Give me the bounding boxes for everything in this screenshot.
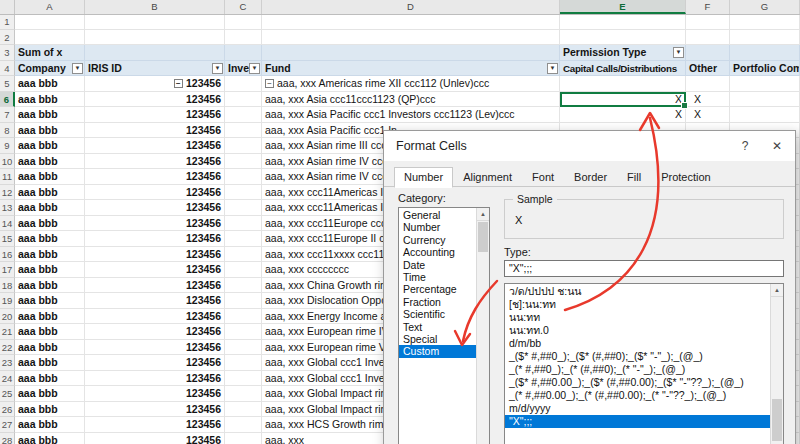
row-header-6[interactable]: 6 <box>0 92 15 108</box>
cell-A18[interactable]: aaa bbb <box>15 278 85 294</box>
cell-F3[interactable] <box>686 45 730 61</box>
tab-fill[interactable]: Fill <box>617 167 651 188</box>
category-time[interactable]: Time <box>399 271 476 283</box>
cell-A20[interactable]: aaa bbb <box>15 309 85 325</box>
cell-A21[interactable]: aaa bbb <box>15 324 85 340</box>
cell-A13[interactable]: aaa bbb <box>15 200 85 216</box>
cell-B14[interactable]: 123456 <box>85 216 225 232</box>
cell-C25[interactable] <box>225 386 262 402</box>
cell-G1[interactable] <box>730 14 800 30</box>
cell-F7[interactable]: X <box>686 107 730 123</box>
category-custom[interactable]: Custom <box>399 345 476 357</box>
collapse-icon[interactable]: − <box>174 79 183 88</box>
format-code-item[interactable]: _($* #,##0_);_($* (#,##0);_($* "-"_);_(@… <box>505 350 770 363</box>
cell-C24[interactable] <box>225 371 262 387</box>
column-header-C[interactable]: C <box>225 0 262 14</box>
category-text[interactable]: Text <box>399 321 476 333</box>
cell-C22[interactable] <box>225 340 262 356</box>
row-header-15[interactable]: 15 <box>0 231 15 247</box>
row-header-13[interactable]: 13 <box>0 200 15 216</box>
cell-D2[interactable] <box>262 30 560 46</box>
collapse-icon[interactable]: − <box>265 79 274 88</box>
cell-B27[interactable]: 123456 <box>85 417 225 433</box>
format-code-item[interactable]: _(* #,##0.00_);_(* (#,##0.00);_(* "-"??_… <box>505 389 770 402</box>
filter-icon[interactable]: ▼ <box>547 63 558 74</box>
cell-B2[interactable] <box>85 30 225 46</box>
category-general[interactable]: General <box>399 209 476 221</box>
format-code-item[interactable]: _($* #,##0.00_);_($* (#,##0.00);_($* "-"… <box>505 376 770 389</box>
cell-E7[interactable]: X <box>560 107 686 123</box>
cell-C28[interactable] <box>225 433 262 444</box>
cell-A9[interactable]: aaa bbb <box>15 138 85 154</box>
cell-C5[interactable] <box>225 76 262 92</box>
cell-B15[interactable]: 123456 <box>85 231 225 247</box>
format-code-item[interactable]: นน:ทท <box>505 311 770 324</box>
cell-C11[interactable] <box>225 169 262 185</box>
cell-D5[interactable]: −aaa, xxx Americas rime XII ccc112 (Unle… <box>262 76 560 92</box>
category-percentage[interactable]: Percentage <box>399 283 476 295</box>
cell-B13[interactable]: 123456 <box>85 200 225 216</box>
row-header-5[interactable]: 5 <box>0 76 15 92</box>
cell-B6[interactable]: 123456 <box>85 92 225 108</box>
row-header-2[interactable]: 2 <box>0 30 15 46</box>
cell-B10[interactable]: 123456 <box>85 154 225 170</box>
cell-B11[interactable]: 123456 <box>85 169 225 185</box>
cell-C27[interactable] <box>225 417 262 433</box>
cell-A11[interactable]: aaa bbb <box>15 169 85 185</box>
category-currency[interactable]: Currency <box>399 234 476 246</box>
cell-B19[interactable]: 123456 <box>85 293 225 309</box>
fill-handle[interactable] <box>681 102 688 109</box>
row-header-27[interactable]: 27 <box>0 417 15 433</box>
cell-C16[interactable] <box>225 247 262 263</box>
cell-F2[interactable] <box>686 30 730 46</box>
selected-cell-outline[interactable] <box>560 92 686 108</box>
row-header-1[interactable]: 1 <box>0 14 15 30</box>
company-header[interactable]: Company▼ <box>15 61 85 77</box>
cell-C6[interactable] <box>225 92 262 108</box>
tab-number[interactable]: Number <box>394 167 453 188</box>
filter-icon[interactable]: ▼ <box>72 63 83 74</box>
row-header-19[interactable]: 19 <box>0 293 15 309</box>
cell-G3[interactable] <box>730 45 800 61</box>
column-header-D[interactable]: D <box>262 0 560 14</box>
cell-A14[interactable]: aaa bbb <box>15 216 85 232</box>
category-fraction[interactable]: Fraction <box>399 296 476 308</box>
cell-C26[interactable] <box>225 402 262 418</box>
cell-G5[interactable] <box>730 76 800 92</box>
cell-A12[interactable]: aaa bbb <box>15 185 85 201</box>
permission-type-header[interactable]: Permission Type▼ <box>560 45 686 61</box>
cell-A10[interactable]: aaa bbb <box>15 154 85 170</box>
row-header-16[interactable]: 16 <box>0 247 15 263</box>
help-button[interactable]: ? <box>729 132 761 160</box>
cell-C8[interactable] <box>225 123 262 139</box>
column-header-A[interactable]: A <box>15 0 85 14</box>
cell-C9[interactable] <box>225 138 262 154</box>
cell-A25[interactable]: aaa bbb <box>15 386 85 402</box>
cell-D7[interactable]: aaa, xxx Asia Pacific ccc1 Investors ccc… <box>262 107 560 123</box>
portfolio-company-header[interactable]: Portfolio Com <box>730 61 800 77</box>
cell-B9[interactable]: 123456 <box>85 138 225 154</box>
format-code-item[interactable]: m/d/yyyy <box>505 402 770 415</box>
cell-B22[interactable]: 123456 <box>85 340 225 356</box>
cell-A2[interactable] <box>15 30 85 46</box>
cell-C2[interactable] <box>225 30 262 46</box>
inv-header[interactable]: Inve▼ <box>225 61 262 77</box>
row-header-11[interactable]: 11 <box>0 169 15 185</box>
tab-font[interactable]: Font <box>522 167 564 188</box>
type-input[interactable]: "X";;; <box>504 260 784 277</box>
column-header-E[interactable]: E <box>560 0 686 14</box>
cell-B5[interactable]: −123456 <box>85 76 225 92</box>
cell-B18[interactable]: 123456 <box>85 278 225 294</box>
cell-A16[interactable]: aaa bbb <box>15 247 85 263</box>
sum-of-x-label[interactable]: Sum of x <box>15 45 85 61</box>
cell-C14[interactable] <box>225 216 262 232</box>
category-scrollbar[interactable]: ▲ <box>476 208 489 444</box>
cell-G6[interactable] <box>730 92 800 108</box>
cell-B17[interactable]: 123456 <box>85 262 225 278</box>
cell-A27[interactable]: aaa bbb <box>15 417 85 433</box>
cell-A22[interactable]: aaa bbb <box>15 340 85 356</box>
cell-D6[interactable]: aaa, xxx Asia ccc11ccc1123 (QP)ccc <box>262 92 560 108</box>
row-header-18[interactable]: 18 <box>0 278 15 294</box>
cell-C12[interactable] <box>225 185 262 201</box>
row-header-4[interactable]: 4 <box>0 61 15 77</box>
